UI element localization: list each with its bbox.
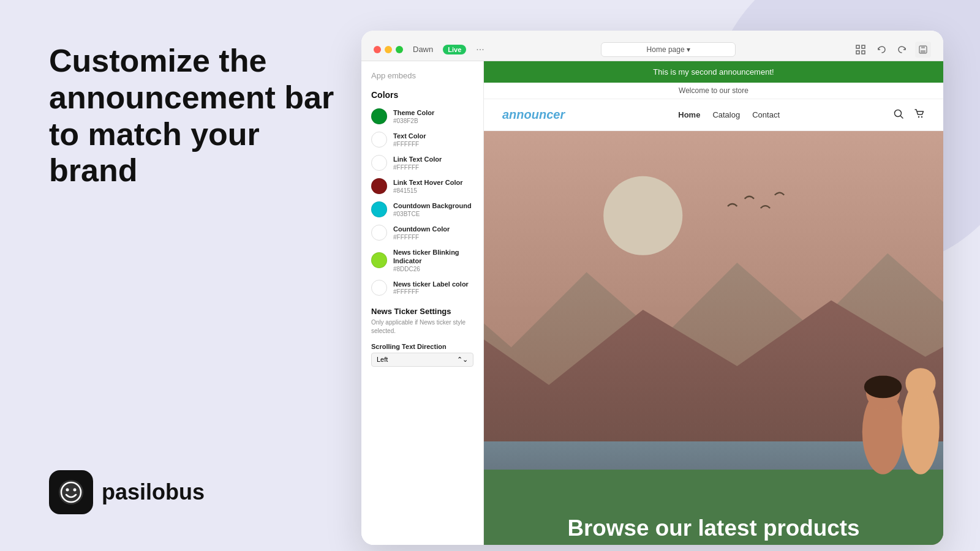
undo-icon[interactable] [873, 42, 889, 58]
page-content: Customize the announcement bar to match … [0, 0, 980, 551]
theme-sidebar-panel: App embeds Colors Theme Color #038F2B [361, 61, 484, 545]
search-icon[interactable] [893, 108, 904, 122]
theme-color-hex: #038F2B [393, 118, 434, 124]
browser-more-options[interactable]: ··· [476, 44, 484, 55]
scrolling-text-label: Scrolling Text Direction [371, 343, 473, 350]
text-color-hex: #FFFFFF [393, 141, 426, 148]
pasilobus-svg-icon [58, 479, 85, 506]
text-color-swatch[interactable] [371, 132, 387, 148]
link-text-color-hex: #FFFFFF [393, 164, 442, 171]
pasilobus-logo-icon [49, 470, 93, 514]
right-column: Dawn Live ··· Home page ▾ [343, 31, 943, 545]
website-preview: This is my second announcement! Welcome … [484, 61, 943, 545]
news-label-color-label: News ticker Label color [393, 280, 469, 288]
theme-color-swatch[interactable] [371, 108, 387, 124]
news-label-color-row[interactable]: News ticker Label color #FFFFFF [361, 276, 483, 299]
page-headline: Customize the announcement bar to match … [49, 43, 343, 189]
browser-chrome: Dawn Live ··· Home page ▾ [361, 31, 943, 61]
svg-point-11 [895, 110, 902, 116]
store-sub-bar: Welcome to our store [484, 83, 943, 99]
link-hover-color-hex: #841515 [393, 187, 462, 194]
countdown-bg-row[interactable]: Countdown Background #03BTCE [361, 198, 483, 221]
countdown-color-swatch[interactable] [371, 225, 387, 241]
link-text-color-row[interactable]: Link Text Color #FFFFFF [361, 151, 483, 174]
cart-icon[interactable] [914, 108, 925, 122]
scrolling-text-row: Scrolling Text Direction Left ⌃⌄ [361, 338, 483, 372]
news-indicator-hex: #8DDC26 [393, 266, 473, 272]
svg-point-13 [918, 116, 919, 117]
text-color-label: Text Color [393, 132, 426, 140]
address-bar[interactable]: Home page ▾ [601, 42, 736, 57]
svg-rect-4 [856, 45, 859, 48]
browser-nav-icons [853, 42, 931, 58]
countdown-color-hex: #FFFFFF [393, 234, 450, 241]
live-status-badge: Live [443, 45, 466, 54]
store-navigation: announcer Home Catalog Contact [484, 99, 943, 131]
theme-name-label: Dawn [413, 45, 433, 54]
link-text-color-label: Link Text Color [393, 155, 442, 163]
maximize-window-button[interactable] [396, 46, 403, 53]
svg-rect-6 [856, 51, 859, 54]
redo-icon[interactable] [894, 42, 910, 58]
pasilobus-brand-name: pasilobus [102, 479, 205, 505]
colors-section-title: Colors [361, 85, 483, 105]
nav-link-catalog[interactable]: Catalog [712, 110, 740, 119]
svg-line-12 [901, 116, 903, 118]
svg-point-37 [905, 368, 935, 398]
store-nav-links: Home Catalog Contact [678, 110, 780, 119]
svg-rect-9 [921, 46, 925, 48]
browser-window-controls [374, 46, 403, 53]
svg-point-3 [74, 489, 77, 492]
countdown-bg-hex: #03BTCE [393, 211, 472, 217]
svg-point-16 [603, 176, 682, 255]
countdown-bg-swatch[interactable] [371, 201, 387, 217]
browser-body: App embeds Colors Theme Color #038F2B [361, 61, 943, 545]
browser-mockup: Dawn Live ··· Home page ▾ [361, 31, 943, 545]
svg-point-14 [921, 116, 922, 117]
scrolling-text-select[interactable]: Left ⌃⌄ [371, 353, 473, 367]
link-text-color-swatch[interactable] [371, 155, 387, 171]
countdown-color-row[interactable]: Countdown Color #FFFFFF [361, 221, 483, 244]
news-label-color-hex: #FFFFFF [393, 288, 469, 295]
nav-link-contact[interactable]: Contact [752, 110, 780, 119]
news-indicator-label: News ticker Blinking Indicator [393, 248, 473, 266]
text-color-row[interactable]: Text Color #FFFFFF [361, 128, 483, 151]
hero-image: Browse our latest products [484, 131, 943, 545]
brand-logo-area: pasilobus [49, 470, 343, 514]
store-nav-icons [893, 108, 925, 122]
countdown-bg-label: Countdown Background [393, 201, 472, 210]
link-hover-color-row[interactable]: Link Text Hover Color #841515 [361, 174, 483, 198]
nav-link-home[interactable]: Home [678, 110, 700, 119]
left-column: Customize the announcement bar to match … [49, 37, 343, 551]
svg-point-35 [864, 375, 902, 398]
theme-color-label: Theme Color [393, 108, 434, 117]
svg-rect-10 [921, 50, 925, 53]
theme-color-row[interactable]: Theme Color #038F2B [361, 105, 483, 128]
fullscreen-icon[interactable] [853, 42, 869, 58]
svg-point-2 [66, 489, 69, 492]
minimize-window-button[interactable] [385, 46, 392, 53]
svg-text:Browse our latest products: Browse our latest products [567, 515, 859, 541]
news-indicator-row[interactable]: News ticker Blinking Indicator #8DDC26 [361, 244, 483, 276]
news-ticker-settings-desc: Only applicable if News ticker style sel… [371, 318, 473, 335]
announcement-bar: This is my second announcement! [484, 61, 943, 83]
link-hover-color-label: Link Text Hover Color [393, 178, 462, 187]
svg-rect-7 [862, 51, 865, 54]
save-icon[interactable] [915, 42, 931, 58]
hero-svg-illustration: Browse our latest products [484, 131, 943, 545]
news-label-color-swatch[interactable] [371, 280, 387, 296]
svg-rect-5 [862, 45, 865, 48]
link-hover-color-swatch[interactable] [371, 178, 387, 194]
countdown-color-label: Countdown Color [393, 225, 450, 233]
panel-title: App embeds [361, 71, 483, 85]
close-window-button[interactable] [374, 46, 381, 53]
news-ticker-settings-title: News Ticker Settings [371, 307, 473, 316]
news-indicator-swatch[interactable] [371, 252, 387, 268]
svg-point-0 [59, 480, 83, 504]
store-logo-text: announcer [502, 108, 565, 122]
news-ticker-settings-section: News Ticker Settings Only applicable if … [361, 299, 483, 338]
